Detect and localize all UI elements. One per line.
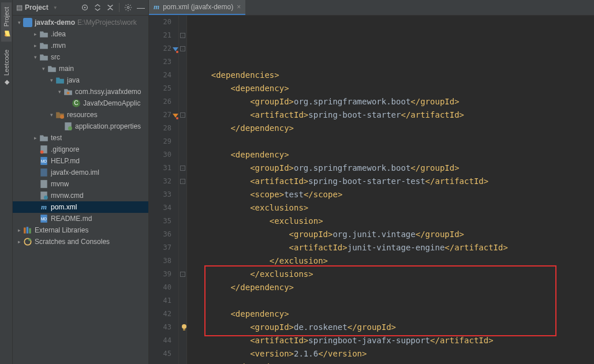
line-number[interactable]: 38 bbox=[149, 254, 171, 268]
code-line[interactable]: <dependency> bbox=[192, 82, 594, 95]
code-line[interactable]: <artifactId>springboot-javafx-support</a… bbox=[192, 334, 594, 347]
line-number[interactable]: 24 bbox=[149, 69, 171, 82]
gutter-mark-icon[interactable] bbox=[173, 111, 177, 115]
code-line[interactable]: </dependency> bbox=[192, 361, 594, 364]
gutter-mark-icon[interactable] bbox=[173, 44, 177, 49]
fold-toggle-icon[interactable]: - bbox=[180, 166, 185, 171]
collapse-all-icon[interactable] bbox=[106, 3, 114, 12]
tree-row[interactable]: application.properties bbox=[13, 121, 148, 132]
code-line[interactable]: <scope>test</scope> bbox=[192, 188, 594, 201]
line-number[interactable]: 28 bbox=[149, 122, 171, 135]
chevron-icon[interactable]: ▸ bbox=[31, 135, 39, 141]
chevron-icon[interactable]: ▾ bbox=[47, 77, 55, 83]
line-number[interactable]: 36 bbox=[149, 228, 171, 241]
code-line[interactable]: <artifactId>spring-boot-starter-test</ar… bbox=[192, 175, 594, 188]
tree-row[interactable]: MDREADME.md bbox=[13, 213, 148, 224]
chevron-right-icon[interactable]: ▸ bbox=[15, 227, 23, 233]
code-line[interactable]: </dependency> bbox=[192, 281, 594, 294]
code-line[interactable]: <exclusion> bbox=[192, 215, 594, 228]
tree-external-libs[interactable]: ▸ External Libraries bbox=[13, 224, 148, 236]
line-number[interactable]: 40 bbox=[149, 281, 171, 294]
line-number[interactable]: 44 bbox=[149, 334, 171, 347]
line-number[interactable]: 45 bbox=[149, 347, 171, 361]
line-number[interactable]: 20 bbox=[149, 16, 171, 29]
fold-toggle-icon[interactable]: - bbox=[180, 272, 185, 277]
code-line[interactable]: <dependency> bbox=[192, 307, 594, 321]
code-line[interactable]: <exclusions> bbox=[192, 201, 594, 215]
code-line[interactable]: <dependency> bbox=[192, 148, 594, 162]
chevron-icon[interactable]: ▾ bbox=[39, 66, 47, 72]
fold-toggle-icon[interactable]: - bbox=[180, 179, 185, 184]
line-number[interactable]: 33 bbox=[149, 188, 171, 201]
code-line[interactable]: <groupId>org.junit.vintage</groupId> bbox=[192, 228, 594, 241]
code-line[interactable]: <version>2.1.6</version> bbox=[192, 347, 594, 361]
code-line[interactable]: <artifactId>junit-vintage-engine</artifa… bbox=[192, 241, 594, 254]
line-number[interactable]: 35 bbox=[149, 215, 171, 228]
tree-row[interactable]: ▾java bbox=[13, 74, 148, 86]
fold-toggle-icon[interactable]: - bbox=[180, 112, 185, 118]
line-number[interactable]: 39 bbox=[149, 268, 171, 281]
code-line[interactable]: <groupId>org.springframework.boot</group… bbox=[192, 95, 594, 108]
tree-row[interactable]: CJavafxDemoApplic bbox=[13, 97, 148, 109]
code-line[interactable]: <artifactId>spring-boot-starter</artifac… bbox=[192, 108, 594, 122]
fold-toggle-icon[interactable]: - bbox=[180, 46, 185, 51]
tree-row[interactable]: ▾com.hssy.javafxdemo bbox=[13, 86, 148, 97]
close-icon[interactable]: × bbox=[237, 3, 241, 11]
tree-row[interactable]: ▸.mvn bbox=[13, 40, 148, 51]
tree-row[interactable]: ▾src bbox=[13, 51, 148, 63]
line-number[interactable]: 42 bbox=[149, 307, 171, 321]
code-line[interactable] bbox=[192, 294, 594, 307]
line-gutter[interactable]: 2021222324252627282930313233343536373839… bbox=[149, 16, 179, 364]
settings-icon[interactable] bbox=[124, 3, 132, 12]
tree-row[interactable]: ▾main bbox=[13, 63, 148, 74]
code-line[interactable] bbox=[192, 135, 594, 148]
tree-row[interactable]: ▸test bbox=[13, 132, 148, 144]
line-number[interactable]: 27 bbox=[149, 108, 171, 122]
tree-scratches[interactable]: ▸ Scratches and Consoles bbox=[13, 236, 148, 247]
tree-row[interactable]: javafx-demo.iml bbox=[13, 167, 148, 178]
expand-all-icon[interactable] bbox=[94, 3, 102, 12]
line-number[interactable]: 37 bbox=[149, 241, 171, 254]
tree-row[interactable]: mvnw.cmd bbox=[13, 190, 148, 201]
tree-row[interactable]: mvnw bbox=[13, 178, 148, 190]
chevron-icon[interactable]: ▾ bbox=[47, 112, 55, 118]
project-tree[interactable]: ▾ javafx-demo E:\MyProjects\work ▸.idea▸… bbox=[13, 16, 148, 364]
chevron-icon[interactable]: ▾ bbox=[31, 54, 39, 60]
tree-row[interactable]: MDHELP.md bbox=[13, 155, 148, 167]
tree-row[interactable]: ▸.idea bbox=[13, 28, 148, 40]
project-side-tab[interactable]: 📁 Project bbox=[1, 2, 12, 42]
fold-column[interactable]: ------ bbox=[179, 16, 187, 364]
line-number[interactable]: 26 bbox=[149, 95, 171, 108]
select-opened-file-icon[interactable] bbox=[81, 3, 89, 12]
tree-row[interactable]: .gitignore bbox=[13, 144, 148, 155]
code-line[interactable]: <groupId>de.roskenet</groupId> bbox=[192, 321, 594, 334]
line-number[interactable]: 32 bbox=[149, 175, 171, 188]
chevron-icon[interactable]: ▾ bbox=[55, 89, 63, 95]
line-number[interactable]: 31 bbox=[149, 162, 171, 175]
hide-icon[interactable]: — bbox=[137, 3, 145, 12]
fold-toggle-icon[interactable]: - bbox=[180, 33, 185, 38]
code-line[interactable]: </dependency> bbox=[192, 122, 594, 135]
line-number[interactable]: 29 bbox=[149, 135, 171, 148]
code-line[interactable]: </exclusion> bbox=[192, 254, 594, 268]
code-line[interactable]: <dependencies> bbox=[192, 69, 594, 82]
line-number[interactable]: 41 bbox=[149, 294, 171, 307]
chevron-icon[interactable]: ▸ bbox=[31, 43, 39, 48]
tree-row[interactable]: mpom.xml bbox=[13, 201, 148, 213]
code-area[interactable]: <dependencies> <dependency> <groupId>org… bbox=[187, 16, 594, 364]
line-number[interactable]: 30 bbox=[149, 148, 171, 162]
line-number[interactable]: 25 bbox=[149, 82, 171, 95]
line-number[interactable]: 34 bbox=[149, 201, 171, 215]
tree-root[interactable]: ▾ javafx-demo E:\MyProjects\work bbox=[13, 17, 148, 28]
chevron-right-icon[interactable]: ▸ bbox=[15, 239, 23, 245]
code-line[interactable]: <groupId>org.springframework.boot</group… bbox=[192, 162, 594, 175]
line-number[interactable]: 43 bbox=[149, 321, 171, 334]
editor-tab-pom[interactable]: m pom.xml (javafx-demo) × bbox=[149, 0, 245, 15]
code-line[interactable] bbox=[192, 55, 594, 69]
line-number[interactable]: 21 bbox=[149, 29, 171, 42]
tree-row[interactable]: ▾resources bbox=[13, 109, 148, 121]
chevron-icon[interactable]: ▸ bbox=[31, 31, 39, 37]
leetcode-side-tab[interactable]: ◆ Leetcode bbox=[1, 45, 12, 91]
chevron-down-icon[interactable]: ▾ bbox=[15, 20, 23, 25]
line-number[interactable]: 22 bbox=[149, 42, 171, 55]
